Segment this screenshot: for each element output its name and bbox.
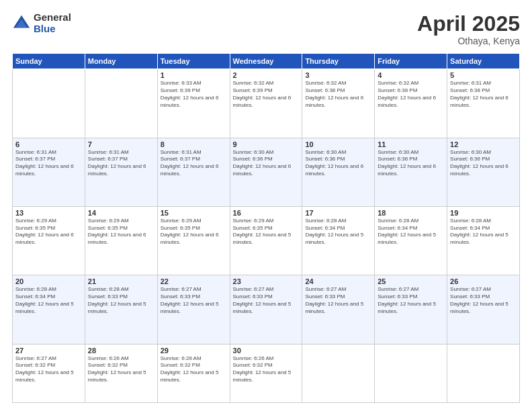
table-row: 16Sunrise: 6:29 AM Sunset: 6:35 PM Dayli… — [230, 206, 302, 275]
table-row: 17Sunrise: 6:28 AM Sunset: 6:34 PM Dayli… — [302, 206, 375, 275]
day-info: Sunrise: 6:26 AM Sunset: 6:32 PM Dayligh… — [233, 355, 300, 384]
logo-blue: Blue — [34, 24, 71, 35]
header-monday: Monday — [85, 54, 157, 69]
day-number: 21 — [88, 277, 154, 285]
day-info: Sunrise: 6:31 AM Sunset: 6:38 PM Dayligh… — [450, 80, 517, 109]
day-number: 26 — [450, 277, 517, 285]
day-info: Sunrise: 6:28 AM Sunset: 6:34 PM Dayligh… — [378, 218, 444, 246]
day-number: 14 — [88, 209, 154, 217]
table-row: 26Sunrise: 6:27 AM Sunset: 6:33 PM Dayli… — [447, 275, 520, 344]
table-row: 3Sunrise: 6:32 AM Sunset: 6:38 PM Daylig… — [302, 69, 375, 138]
day-info: Sunrise: 6:28 AM Sunset: 6:34 PM Dayligh… — [305, 218, 371, 246]
header-saturday: Saturday — [447, 54, 520, 69]
table-row: 18Sunrise: 6:28 AM Sunset: 6:34 PM Dayli… — [375, 206, 447, 275]
day-number: 7 — [88, 140, 154, 148]
calendar-table: Sunday Monday Tuesday Wednesday Thursday… — [12, 53, 520, 403]
table-row — [85, 69, 157, 138]
day-info: Sunrise: 6:33 AM Sunset: 6:39 PM Dayligh… — [161, 80, 227, 109]
day-number: 10 — [305, 140, 371, 148]
day-info: Sunrise: 6:28 AM Sunset: 6:33 PM Dayligh… — [88, 286, 154, 315]
day-info: Sunrise: 6:32 AM Sunset: 6:39 PM Dayligh… — [233, 80, 300, 109]
day-number: 22 — [161, 277, 227, 285]
calendar-header-row: Sunday Monday Tuesday Wednesday Thursday… — [13, 54, 520, 69]
logo: General Blue — [12, 12, 71, 34]
day-number: 2 — [233, 71, 300, 79]
header-wednesday: Wednesday — [230, 54, 302, 69]
day-number: 27 — [15, 347, 82, 355]
table-row: 13Sunrise: 6:29 AM Sunset: 6:35 PM Dayli… — [13, 206, 85, 275]
header-sunday: Sunday — [13, 54, 85, 69]
day-number: 6 — [15, 140, 82, 148]
day-number: 25 — [378, 277, 444, 285]
page: General Blue April 2025 Othaya, Kenya Su… — [0, 0, 532, 411]
header: General Blue April 2025 Othaya, Kenya — [12, 12, 520, 46]
table-row: 2Sunrise: 6:32 AM Sunset: 6:39 PM Daylig… — [230, 69, 302, 138]
day-info: Sunrise: 6:30 AM Sunset: 6:36 PM Dayligh… — [450, 149, 517, 178]
day-number: 4 — [378, 71, 444, 79]
week-row-4: 20Sunrise: 6:28 AM Sunset: 6:34 PM Dayli… — [13, 275, 520, 344]
header-thursday: Thursday — [302, 54, 375, 69]
table-row: 28Sunrise: 6:26 AM Sunset: 6:32 PM Dayli… — [85, 344, 157, 402]
day-number: 23 — [233, 277, 300, 285]
day-info: Sunrise: 6:31 AM Sunset: 6:37 PM Dayligh… — [161, 149, 227, 178]
table-row: 23Sunrise: 6:27 AM Sunset: 6:33 PM Dayli… — [230, 275, 302, 344]
day-info: Sunrise: 6:27 AM Sunset: 6:33 PM Dayligh… — [378, 286, 444, 315]
day-number: 1 — [161, 71, 227, 79]
day-info: Sunrise: 6:27 AM Sunset: 6:33 PM Dayligh… — [161, 286, 227, 315]
day-number: 17 — [305, 209, 371, 217]
table-row: 7Sunrise: 6:31 AM Sunset: 6:37 PM Daylig… — [85, 138, 157, 206]
week-row-2: 6Sunrise: 6:31 AM Sunset: 6:37 PM Daylig… — [13, 138, 520, 206]
header-tuesday: Tuesday — [157, 54, 230, 69]
day-number: 29 — [161, 347, 227, 355]
table-row — [447, 344, 520, 402]
table-row: 25Sunrise: 6:27 AM Sunset: 6:33 PM Dayli… — [375, 275, 447, 344]
week-row-5: 27Sunrise: 6:27 AM Sunset: 6:32 PM Dayli… — [13, 344, 520, 402]
day-number: 13 — [15, 209, 82, 217]
title-block: April 2025 Othaya, Kenya — [417, 12, 520, 46]
day-number: 18 — [378, 209, 444, 217]
table-row — [375, 344, 447, 402]
day-info: Sunrise: 6:30 AM Sunset: 6:36 PM Dayligh… — [233, 149, 300, 178]
header-friday: Friday — [375, 54, 447, 69]
table-row: 27Sunrise: 6:27 AM Sunset: 6:32 PM Dayli… — [13, 344, 85, 402]
table-row: 6Sunrise: 6:31 AM Sunset: 6:37 PM Daylig… — [13, 138, 85, 206]
logo-icon — [12, 14, 31, 33]
day-number: 3 — [305, 71, 371, 79]
day-number: 24 — [305, 277, 371, 285]
table-row: 22Sunrise: 6:27 AM Sunset: 6:33 PM Dayli… — [157, 275, 230, 344]
table-row: 30Sunrise: 6:26 AM Sunset: 6:32 PM Dayli… — [230, 344, 302, 402]
day-info: Sunrise: 6:28 AM Sunset: 6:34 PM Dayligh… — [450, 218, 517, 246]
table-row — [13, 69, 85, 138]
day-number: 15 — [161, 209, 227, 217]
table-row — [302, 344, 375, 402]
table-row: 24Sunrise: 6:27 AM Sunset: 6:33 PM Dayli… — [302, 275, 375, 344]
table-row: 8Sunrise: 6:31 AM Sunset: 6:37 PM Daylig… — [157, 138, 230, 206]
day-info: Sunrise: 6:29 AM Sunset: 6:35 PM Dayligh… — [233, 218, 300, 246]
day-number: 20 — [15, 277, 82, 285]
day-info: Sunrise: 6:30 AM Sunset: 6:36 PM Dayligh… — [305, 149, 371, 178]
day-number: 9 — [233, 140, 300, 148]
table-row: 19Sunrise: 6:28 AM Sunset: 6:34 PM Dayli… — [447, 206, 520, 275]
day-info: Sunrise: 6:32 AM Sunset: 6:38 PM Dayligh… — [378, 80, 444, 109]
day-info: Sunrise: 6:26 AM Sunset: 6:32 PM Dayligh… — [88, 355, 154, 384]
table-row: 29Sunrise: 6:26 AM Sunset: 6:32 PM Dayli… — [157, 344, 230, 402]
table-row: 5Sunrise: 6:31 AM Sunset: 6:38 PM Daylig… — [447, 69, 520, 138]
logo-general: General — [34, 12, 71, 24]
day-info: Sunrise: 6:31 AM Sunset: 6:37 PM Dayligh… — [88, 149, 154, 178]
week-row-3: 13Sunrise: 6:29 AM Sunset: 6:35 PM Dayli… — [13, 206, 520, 275]
table-row: 4Sunrise: 6:32 AM Sunset: 6:38 PM Daylig… — [375, 69, 447, 138]
day-info: Sunrise: 6:27 AM Sunset: 6:33 PM Dayligh… — [305, 286, 371, 315]
table-row: 9Sunrise: 6:30 AM Sunset: 6:36 PM Daylig… — [230, 138, 302, 206]
day-number: 19 — [450, 209, 517, 217]
table-row: 10Sunrise: 6:30 AM Sunset: 6:36 PM Dayli… — [302, 138, 375, 206]
day-number: 8 — [161, 140, 227, 148]
table-row: 1Sunrise: 6:33 AM Sunset: 6:39 PM Daylig… — [157, 69, 230, 138]
table-row: 20Sunrise: 6:28 AM Sunset: 6:34 PM Dayli… — [13, 275, 85, 344]
table-row: 15Sunrise: 6:29 AM Sunset: 6:35 PM Dayli… — [157, 206, 230, 275]
week-row-1: 1Sunrise: 6:33 AM Sunset: 6:39 PM Daylig… — [13, 69, 520, 138]
day-info: Sunrise: 6:26 AM Sunset: 6:32 PM Dayligh… — [161, 355, 227, 384]
day-info: Sunrise: 6:27 AM Sunset: 6:33 PM Dayligh… — [450, 286, 517, 315]
title-location: Othaya, Kenya — [417, 36, 520, 46]
logo-text: General Blue — [34, 12, 71, 34]
day-info: Sunrise: 6:30 AM Sunset: 6:36 PM Dayligh… — [378, 149, 444, 178]
